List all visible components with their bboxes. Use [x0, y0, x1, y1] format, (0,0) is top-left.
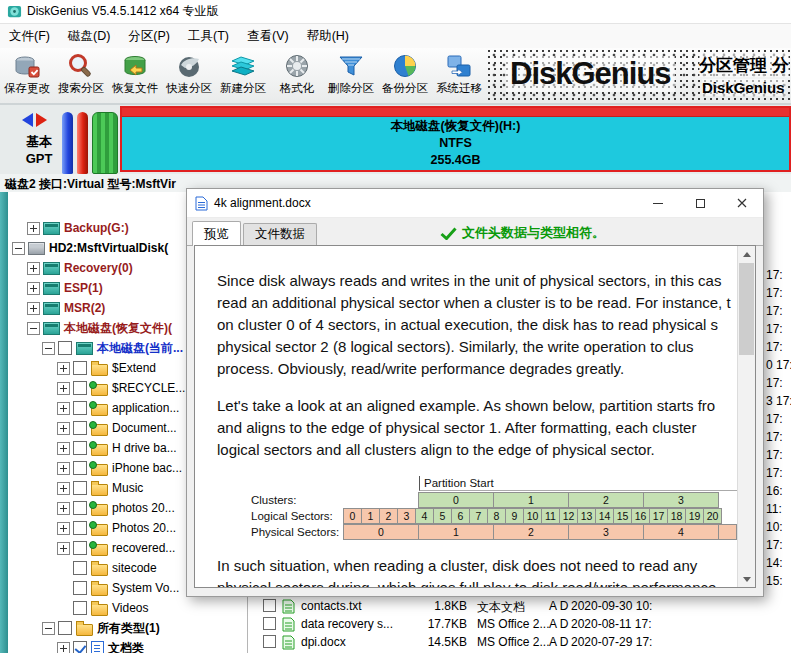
tree-item-videos[interactable]: Videos: [8, 598, 247, 618]
preview-scrollbar[interactable]: [737, 246, 755, 587]
menu-item-disk[interactable]: 磁盘(D): [59, 24, 119, 48]
logical-sector-cell: 1: [361, 508, 380, 524]
tree-checkbox[interactable]: [73, 501, 87, 515]
file-checkbox[interactable]: [263, 635, 276, 648]
partition-icon: [76, 342, 93, 355]
expand-icon[interactable]: [57, 522, 70, 535]
prev-disk-arrow[interactable]: [22, 113, 33, 127]
file-row[interactable]: dpi.docx14.5KBMS Office 2...A D2020-07-2…: [249, 634, 791, 652]
dialog-titlebar[interactable]: 4k alignment.docx: [187, 189, 763, 218]
tree-checkbox[interactable]: [73, 481, 87, 495]
file-row[interactable]: data recovery s...17.7KBMS Office 2...A …: [249, 616, 791, 634]
scroll-down-button[interactable]: [738, 571, 755, 587]
quick-partition-button[interactable]: 快速分区: [162, 48, 216, 103]
expand-icon[interactable]: [57, 442, 70, 455]
expand-icon[interactable]: [57, 542, 70, 555]
file-time: 2020-09-30 10:: [571, 599, 652, 613]
collapse-icon[interactable]: [42, 622, 55, 635]
toolbar-button-label: 格式化: [280, 81, 315, 96]
physical-sector-cell: 4: [643, 524, 719, 540]
expand-icon[interactable]: [27, 282, 40, 295]
backup-partition-button[interactable]: 备份分区: [378, 48, 432, 103]
physical-sector-cell: 2: [493, 524, 569, 540]
expand-icon[interactable]: [57, 422, 70, 435]
expand-icon[interactable]: [57, 502, 70, 515]
tree-checkbox[interactable]: [73, 521, 87, 535]
search-button[interactable]: 搜索分区: [54, 48, 108, 103]
tree-item-document-class[interactable]: 文档类: [8, 638, 247, 653]
expand-icon[interactable]: [57, 402, 70, 415]
tree-item-label: iPhone bac...: [112, 461, 182, 475]
expand-icon[interactable]: [27, 222, 40, 235]
toolbar-button-label: 保存更改: [4, 81, 50, 96]
collapse-icon[interactable]: [42, 342, 55, 355]
menu-item-help[interactable]: 帮助(H): [298, 24, 358, 48]
tree-checkbox[interactable]: [58, 621, 72, 635]
tree-checkbox[interactable]: [58, 341, 72, 355]
folder-icon: [91, 384, 108, 396]
menu-item-view[interactable]: 查看(V): [238, 24, 298, 48]
delete-partition-button[interactable]: 删除分区: [324, 48, 378, 103]
preview-dialog: 4k alignment.docx 文件头数据与类型相符。 预览文件数据 Sin…: [186, 188, 764, 597]
tree-item-label: 文档类: [108, 640, 144, 653]
logical-sector-cell: 12: [559, 508, 578, 524]
dialog-close-button[interactable]: [721, 189, 763, 217]
partition-block-h[interactable]: 本地磁盘(恢复文件)(H:) NTFS 255.4GB: [120, 106, 791, 172]
dialog-maximize-button[interactable]: [679, 189, 721, 217]
file-time-fragment: 11:: [766, 502, 782, 516]
collapse-icon[interactable]: [12, 242, 25, 255]
tree-checkbox[interactable]: [73, 421, 87, 435]
app-titlebar: DiskGenius V5.4.5.1412 x64 专业版: [0, 0, 791, 24]
logical-sector-cell: 2: [379, 508, 398, 524]
logical-sector-cell: 18: [667, 508, 686, 524]
menu-item-file[interactable]: 文件(F): [0, 24, 59, 48]
disk-mode-labels: 基本 GPT: [10, 133, 68, 167]
tree-checkbox[interactable]: [73, 461, 87, 475]
format-button[interactable]: 格式化: [270, 48, 324, 103]
dialog-minimize-button[interactable]: [637, 189, 679, 217]
expand-icon[interactable]: [27, 302, 40, 315]
tree-checkbox[interactable]: [73, 441, 87, 455]
tree-checkbox[interactable]: [73, 561, 87, 575]
tree-item-label: sitecode: [112, 561, 157, 575]
file-name: dpi.docx: [301, 635, 346, 649]
tab-preview[interactable]: 预览: [192, 221, 241, 246]
left-edge-strip: [0, 192, 8, 653]
file-checkbox[interactable]: [263, 617, 276, 630]
file-row[interactable]: contacts.txt1.8KB文本文档A D2020-09-30 10:: [249, 598, 791, 616]
tab-file-data[interactable]: 文件数据: [243, 223, 317, 245]
tree-item-all-types[interactable]: 所有类型(1): [8, 618, 247, 638]
partition-filesystem: NTFS: [122, 135, 789, 151]
folder-icon: [91, 604, 108, 616]
tree-checkbox[interactable]: [73, 581, 87, 595]
tree-checkbox[interactable]: [73, 361, 87, 375]
expand-icon[interactable]: [57, 642, 70, 653]
next-disk-arrow[interactable]: [36, 113, 47, 127]
expand-icon[interactable]: [57, 482, 70, 495]
folder-icon: [91, 504, 108, 516]
tree-checkbox[interactable]: [73, 541, 87, 555]
expand-icon[interactable]: [27, 262, 40, 275]
file-checkbox[interactable]: [263, 599, 276, 612]
menu-item-tools[interactable]: 工具(T): [179, 24, 238, 48]
tree-checkbox[interactable]: [73, 601, 87, 615]
tree-checkbox[interactable]: [73, 401, 87, 415]
logical-sector-cell: 13: [577, 508, 596, 524]
expand-icon[interactable]: [57, 382, 70, 395]
menu-item-partition[interactable]: 分区(P): [119, 24, 179, 48]
folder-icon: [91, 584, 108, 596]
recover-files-button[interactable]: 恢复文件: [108, 48, 162, 103]
backup-partition-icon: [391, 52, 419, 80]
tree-checkbox[interactable]: [73, 641, 87, 653]
collapse-icon[interactable]: [27, 322, 40, 335]
tree-checkbox[interactable]: [73, 381, 87, 395]
expand-icon[interactable]: [57, 462, 70, 475]
cluster-cell: 2: [568, 492, 644, 508]
expand-icon[interactable]: [57, 362, 70, 375]
scroll-up-button[interactable]: [738, 246, 755, 262]
new-partition-button[interactable]: 新建分区: [216, 48, 270, 103]
scrollbar-thumb[interactable]: [739, 263, 754, 355]
save-button[interactable]: 保存更改: [0, 48, 54, 103]
system-migration-button[interactable]: 系统迁移: [432, 48, 486, 103]
doc-line: on cluster 0 of 4 sectors, in actual exe…: [217, 314, 738, 336]
